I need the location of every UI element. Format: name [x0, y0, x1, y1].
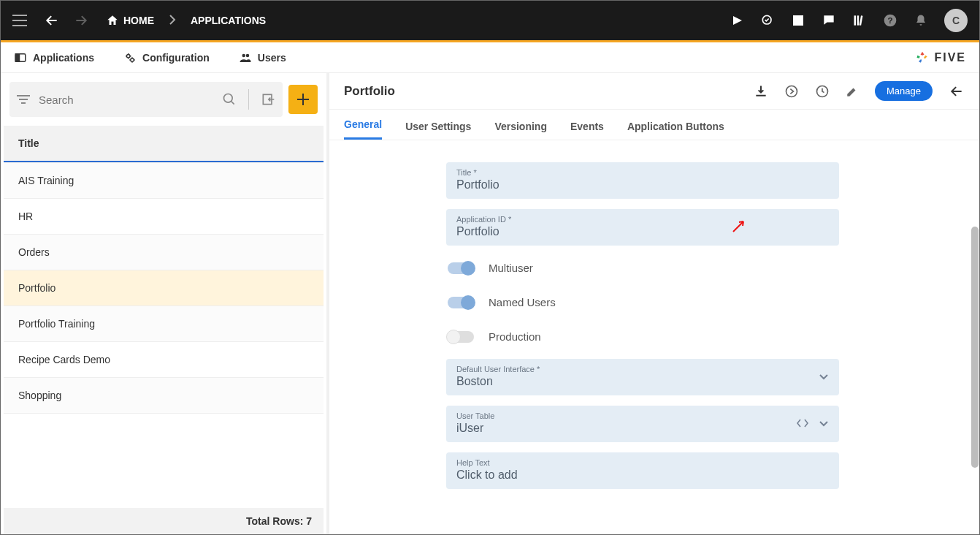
svg-point-10: [131, 58, 134, 61]
total-rows-label: Total Rows: 7: [246, 515, 312, 527]
svg-point-9: [127, 54, 131, 58]
tab-events[interactable]: Events: [570, 121, 604, 140]
breadcrumb-home-label: HOME: [123, 15, 154, 26]
tab-versioning[interactable]: Versioning: [494, 121, 547, 140]
svg-rect-2: [854, 15, 857, 25]
usertable-field-value: iUser: [456, 422, 829, 435]
brand-logo-icon: [915, 50, 930, 65]
helptext-field[interactable]: Help Text Click to add: [446, 452, 839, 489]
search-icon[interactable]: [222, 92, 237, 107]
list-item[interactable]: HR: [4, 199, 324, 235]
dui-field-label: Default User Interface *: [456, 365, 829, 373]
svg-point-15: [786, 86, 797, 96]
main-tabs: Applications Configuration Users FIVE: [1, 42, 979, 73]
maintab-configuration[interactable]: Configuration: [123, 51, 210, 64]
page-title: Portfolio: [344, 84, 395, 99]
multiuser-label: Multiuser: [489, 262, 533, 274]
brand-text: FIVE: [934, 51, 966, 64]
back-icon[interactable]: [45, 13, 59, 28]
left-panel: Title AIS TrainingHROrdersPortfolioPortf…: [1, 73, 329, 534]
namedusers-label: Named Users: [489, 296, 556, 308]
usertable-field-label: User Table: [456, 411, 829, 420]
search-box[interactable]: [9, 82, 283, 117]
inspect-icon[interactable]: [760, 13, 775, 28]
chat-icon[interactable]: [822, 13, 836, 28]
chevron-down-icon: [819, 418, 829, 430]
multiuser-toggle[interactable]: [448, 262, 474, 274]
download-icon[interactable]: [754, 84, 768, 99]
title-field-label: Title *: [456, 168, 829, 177]
list-item[interactable]: Shopping: [4, 378, 324, 414]
brand: FIVE: [915, 50, 966, 65]
svg-point-13: [224, 94, 233, 103]
breadcrumb: HOME APPLICATIONS: [106, 14, 266, 27]
maintab-users-label: Users: [258, 52, 286, 64]
play-icon[interactable]: [730, 13, 744, 28]
tab-application-buttons[interactable]: Application Buttons: [627, 121, 724, 140]
breadcrumb-applications-label: APPLICATIONS: [191, 15, 266, 26]
svg-rect-8: [15, 53, 19, 61]
title-field-value: Portfolio: [456, 178, 829, 191]
list-item[interactable]: Portfolio Training: [4, 306, 324, 342]
library-icon[interactable]: [852, 13, 867, 28]
list-item[interactable]: Orders: [4, 235, 324, 270]
svg-rect-3: [857, 15, 860, 25]
appid-field[interactable]: Application ID * Portfolio: [446, 209, 839, 246]
production-toggle[interactable]: [448, 331, 474, 343]
breadcrumb-home[interactable]: HOME: [106, 14, 154, 27]
namedusers-row: Named Users: [446, 290, 839, 314]
edit-icon[interactable]: [846, 85, 859, 98]
list-header[interactable]: Title: [4, 126, 324, 162]
manage-button-label: Manage: [887, 86, 921, 96]
breadcrumb-applications[interactable]: APPLICATIONS: [191, 15, 266, 26]
list-item[interactable]: Portfolio: [4, 270, 324, 306]
filter-icon[interactable]: [17, 94, 30, 105]
title-field[interactable]: Title * Portfolio: [446, 162, 839, 199]
maintab-configuration-label: Configuration: [142, 52, 210, 64]
appid-field-value: Portfolio: [456, 225, 829, 238]
add-button[interactable]: [288, 85, 318, 114]
import-icon[interactable]: [261, 92, 275, 107]
avatar-letter: C: [952, 15, 960, 26]
back-arrow-icon[interactable]: [949, 84, 965, 99]
namedusers-toggle[interactable]: [448, 297, 474, 308]
helptext-field-label: Help Text: [456, 458, 829, 467]
maintab-applications[interactable]: Applications: [14, 51, 94, 64]
svg-point-12: [246, 53, 250, 57]
right-panel: Portfolio Manage GeneralUser SettingsVer…: [329, 73, 979, 534]
avatar[interactable]: C: [944, 9, 968, 32]
manage-button[interactable]: Manage: [875, 81, 933, 101]
tab-general[interactable]: General: [344, 118, 382, 140]
menu-icon[interactable]: [12, 13, 27, 28]
dui-field[interactable]: Default User Interface * Boston: [446, 359, 839, 395]
scrollbar[interactable]: [971, 227, 979, 468]
usertable-field[interactable]: User Table iUser: [446, 406, 839, 442]
list: AIS TrainingHROrdersPortfolioPortfolio T…: [4, 162, 324, 508]
production-row: Production: [446, 325, 839, 349]
chevron-right-icon: [169, 15, 176, 27]
history-icon[interactable]: [815, 84, 830, 99]
helptext-field-value: Click to add: [456, 468, 829, 482]
help-icon[interactable]: ?: [883, 13, 897, 28]
list-item[interactable]: AIS Training: [4, 163, 324, 199]
forward-icon: [74, 13, 88, 28]
multiuser-row: Multiuser: [446, 256, 839, 280]
code-icon[interactable]: [797, 418, 808, 430]
svg-rect-1: [793, 15, 803, 26]
production-label: Production: [489, 330, 541, 343]
maintab-users[interactable]: Users: [239, 51, 286, 64]
tab-user-settings[interactable]: User Settings: [405, 121, 471, 140]
bell-icon[interactable]: [914, 13, 928, 28]
detail-tabs: GeneralUser SettingsVersioningEventsAppl…: [329, 110, 979, 140]
search-input[interactable]: [39, 94, 213, 106]
appid-field-label: Application ID *: [456, 215, 829, 224]
list-item[interactable]: Recipe Cards Demo: [4, 342, 324, 378]
list-header-label: Title: [18, 137, 39, 149]
maintab-applications-label: Applications: [33, 52, 94, 64]
stop-icon[interactable]: [791, 13, 805, 28]
topbar: HOME APPLICATIONS ? C: [1, 1, 979, 40]
dui-field-value: Boston: [456, 375, 829, 388]
deploy-icon[interactable]: [784, 84, 799, 99]
svg-text:?: ?: [887, 15, 892, 25]
svg-rect-4: [860, 15, 863, 26]
